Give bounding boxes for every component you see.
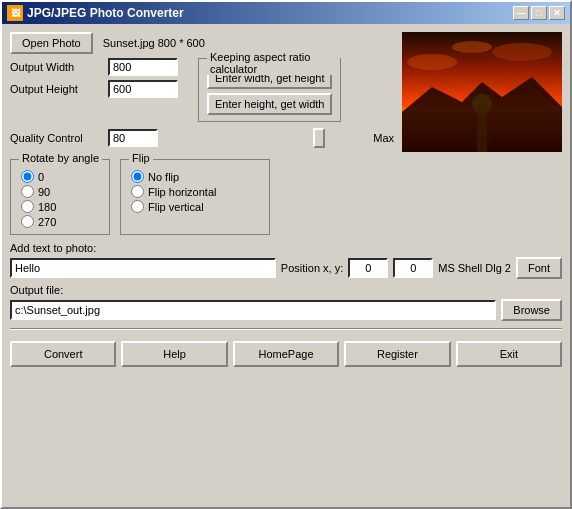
- window-title: JPG/JPEG Photo Converter: [27, 6, 184, 20]
- title-bar-buttons: — □ ✕: [513, 6, 565, 20]
- rotate-270-item[interactable]: 270: [21, 215, 99, 228]
- flip-no-label: No flip: [148, 171, 179, 183]
- rotate-270-label: 270: [38, 216, 56, 228]
- aspect-group: Keeping aspect ratio calculator Enter wi…: [198, 58, 341, 122]
- convert-button[interactable]: Convert: [10, 341, 116, 367]
- flip-group: Flip No flip Flip horizontal Flip vertic…: [120, 159, 270, 235]
- add-text-inputs: Position x, y: MS Shell Dlg 2 Font: [10, 257, 562, 279]
- output-width-row: Output Width: [10, 58, 178, 76]
- content-area: Open Photo Sunset.jpg 800 * 600 Output W…: [2, 24, 570, 507]
- output-file-inputs: Browse: [10, 299, 562, 321]
- flip-h-radio[interactable]: [131, 185, 144, 198]
- flip-no-item[interactable]: No flip: [131, 170, 259, 183]
- pos-y-input[interactable]: [393, 258, 433, 278]
- rotate-0-radio[interactable]: [21, 170, 34, 183]
- controls-row: Rotate by angle 0 90 180: [10, 159, 562, 235]
- open-photo-button[interactable]: Open Photo: [10, 32, 93, 54]
- rotate-90-label: 90: [38, 186, 50, 198]
- flip-v-item[interactable]: Flip vertical: [131, 200, 259, 213]
- minimize-button[interactable]: —: [513, 6, 529, 20]
- rotate-radio-group: 0 90 180 270: [21, 170, 99, 228]
- filename-text: Sunset.jpg 800 * 600: [103, 37, 205, 49]
- browse-button[interactable]: Browse: [501, 299, 562, 321]
- flip-radio-group: No flip Flip horizontal Flip vertical: [131, 170, 259, 213]
- flip-h-item[interactable]: Flip horizontal: [131, 185, 259, 198]
- svg-point-6: [492, 43, 552, 61]
- top-main-area: Open Photo Sunset.jpg 800 * 600 Output W…: [10, 32, 562, 152]
- output-height-row: Output Height: [10, 80, 178, 98]
- dims-and-aspect-row: Output Width Output Height Keeping aspec…: [10, 58, 394, 122]
- exit-button[interactable]: Exit: [456, 341, 562, 367]
- title-bar-left: 🖼 JPG/JPEG Photo Converter: [7, 5, 184, 21]
- quality-slider[interactable]: [166, 128, 361, 148]
- output-file-section: Output file: Browse: [10, 284, 562, 321]
- svg-point-7: [452, 41, 492, 53]
- pos-x-input[interactable]: [348, 258, 388, 278]
- output-path-input[interactable]: [10, 300, 496, 320]
- font-button[interactable]: Font: [516, 257, 562, 279]
- close-button[interactable]: ✕: [549, 6, 565, 20]
- aspect-group-label: Keeping aspect ratio calculator: [207, 51, 340, 75]
- quality-row: Quality Control Max: [10, 128, 394, 148]
- add-text-input[interactable]: [10, 258, 276, 278]
- output-width-label: Output Width: [10, 61, 100, 73]
- flip-h-label: Flip horizontal: [148, 186, 216, 198]
- flip-v-label: Flip vertical: [148, 201, 204, 213]
- rotate-180-item[interactable]: 180: [21, 200, 99, 213]
- maximize-button[interactable]: □: [531, 6, 547, 20]
- bottom-buttons: Convert Help HomePage Register Exit: [10, 341, 562, 367]
- rotate-0-label: 0: [38, 171, 44, 183]
- output-file-label: Output file:: [10, 284, 562, 296]
- rotate-180-radio[interactable]: [21, 200, 34, 213]
- preview-image: [402, 32, 562, 152]
- title-bar: 🖼 JPG/JPEG Photo Converter — □ ✕: [2, 2, 570, 24]
- flip-group-title: Flip: [129, 152, 153, 164]
- output-height-input[interactable]: [108, 80, 178, 98]
- position-label: Position x, y:: [281, 262, 343, 274]
- font-name-label: MS Shell Dlg 2: [438, 262, 511, 274]
- register-button[interactable]: Register: [344, 341, 450, 367]
- quality-input[interactable]: [108, 129, 158, 147]
- separator: [10, 328, 562, 330]
- rotate-0-item[interactable]: 0: [21, 170, 99, 183]
- rotate-90-item[interactable]: 90: [21, 185, 99, 198]
- enter-height-button[interactable]: Enter height, get width: [207, 93, 332, 115]
- add-text-label: Add text to photo:: [10, 242, 562, 254]
- rotate-group-title: Rotate by angle: [19, 152, 102, 164]
- rotate-180-label: 180: [38, 201, 56, 213]
- rotate-group: Rotate by angle 0 90 180: [10, 159, 110, 235]
- rotate-90-radio[interactable]: [21, 185, 34, 198]
- rotate-270-radio[interactable]: [21, 215, 34, 228]
- app-icon: 🖼: [7, 5, 23, 21]
- quality-label: Quality Control: [10, 132, 100, 144]
- flip-v-radio[interactable]: [131, 200, 144, 213]
- flip-no-radio[interactable]: [131, 170, 144, 183]
- photo-preview: [402, 32, 562, 152]
- output-width-input[interactable]: [108, 58, 178, 76]
- homepage-button[interactable]: HomePage: [233, 341, 339, 367]
- output-height-label: Output Height: [10, 83, 100, 95]
- dims-col: Output Width Output Height: [10, 58, 178, 98]
- svg-point-5: [407, 54, 457, 70]
- slider-container: [166, 128, 361, 148]
- max-label: Max: [373, 132, 394, 144]
- main-window: 🖼 JPG/JPEG Photo Converter — □ ✕ Open Ph…: [0, 0, 572, 509]
- top-controls: Open Photo Sunset.jpg 800 * 600 Output W…: [10, 32, 394, 152]
- add-text-section: Add text to photo: Position x, y: MS She…: [10, 242, 562, 279]
- help-button[interactable]: Help: [121, 341, 227, 367]
